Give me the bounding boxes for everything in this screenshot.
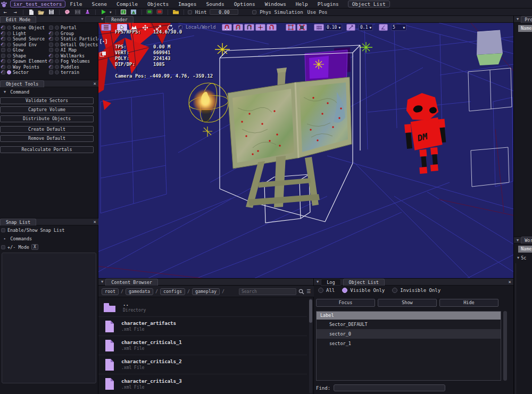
hide-button[interactable]: Hide bbox=[439, 299, 498, 307]
properties-tab[interactable]: Prop bbox=[521, 16, 532, 23]
edit-mode-item-light[interactable]: Light bbox=[1, 31, 26, 36]
snap-list-tab[interactable]: Snap List bbox=[0, 219, 36, 225]
radio[interactable] bbox=[55, 59, 59, 63]
snap-object-magnet-button[interactable] bbox=[244, 24, 254, 31]
play-simulation-icon[interactable] bbox=[99, 9, 107, 15]
snap-list-box[interactable] bbox=[2, 253, 96, 383]
checkbox[interactable] bbox=[49, 70, 53, 74]
play-dropdown-icon[interactable]: ▼ bbox=[110, 10, 112, 14]
content-browser-tab[interactable]: Content Browser bbox=[105, 279, 158, 286]
world-name-header[interactable]: Name bbox=[518, 246, 532, 253]
angle-snap-toggle-button[interactable] bbox=[379, 24, 388, 31]
edit-mode-item-detail-objects[interactable]: Detail Objects bbox=[49, 42, 98, 47]
menu-sounds[interactable]: Sounds bbox=[201, 1, 229, 7]
label-column-header[interactable]: Label bbox=[317, 312, 501, 320]
edit-mode-item-ai-map[interactable]: AI Map bbox=[49, 47, 77, 53]
menu-objects[interactable]: Objects bbox=[143, 1, 173, 7]
edit-mode-item-terrain[interactable]: terrain bbox=[49, 70, 79, 75]
edit-mode-item-fog-volumes[interactable]: Fog Volumes bbox=[49, 58, 90, 64]
edit-mode-item-spawn-element[interactable]: Spawn Element bbox=[1, 58, 47, 64]
file-row-up-directory[interactable]: ..Directory bbox=[98, 298, 307, 317]
object-list-menu-button[interactable]: Object List bbox=[348, 1, 390, 7]
radio[interactable] bbox=[55, 26, 59, 30]
filter-invisible-only[interactable]: Invisible Only bbox=[392, 288, 440, 293]
scale-snap-dropdown[interactable]: 0.1▼ bbox=[359, 24, 373, 31]
selection-frame-button[interactable] bbox=[286, 24, 296, 31]
capture-volume-button[interactable]: Capture Volume bbox=[0, 106, 94, 113]
command-section-header[interactable]: ▼ Command bbox=[1, 89, 29, 95]
edit-mode-item-wallmarks[interactable]: Wallmarks bbox=[49, 53, 85, 58]
world-scene-node[interactable]: ▼ Sc bbox=[517, 255, 526, 261]
edit-mode-item-sector[interactable]: Sector bbox=[1, 70, 29, 75]
caret-down-icon[interactable]: ▼ bbox=[317, 280, 319, 284]
monitor-green-icon[interactable] bbox=[146, 9, 154, 15]
radio[interactable] bbox=[7, 59, 11, 63]
monitor-red-icon[interactable] bbox=[156, 9, 164, 15]
radio[interactable] bbox=[7, 31, 11, 36]
scene-thumbnail-icon[interactable] bbox=[130, 9, 138, 15]
checkbox[interactable] bbox=[1, 245, 5, 249]
focus-button[interactable]: Focus bbox=[316, 299, 375, 307]
snap-clear-button[interactable]: X bbox=[31, 244, 38, 250]
checkbox[interactable] bbox=[1, 228, 5, 232]
file-row-character-criticals-2[interactable]: character_criticals_2.xml File bbox=[98, 355, 307, 374]
back-icon[interactable]: ← bbox=[1, 9, 9, 15]
menu-options[interactable]: Options bbox=[229, 1, 260, 7]
move-snap-dropdown[interactable]: 0.10▼ bbox=[325, 24, 342, 31]
viewport-3d[interactable]: DM ✓ Local/World bbox=[98, 23, 513, 279]
breadcrumb-root[interactable]: root bbox=[102, 288, 119, 295]
list-item-sector-default[interactable]: Sector_DEFAULT bbox=[317, 320, 501, 329]
radio[interactable] bbox=[55, 31, 59, 36]
radio[interactable] bbox=[7, 37, 11, 41]
open-file-icon[interactable] bbox=[37, 9, 45, 15]
caret-down-icon[interactable]: ▼ bbox=[517, 17, 519, 21]
menu-plugins[interactable]: Plugins bbox=[313, 1, 344, 7]
radio[interactable] bbox=[55, 43, 59, 47]
edit-mode-item-portal[interactable]: Portal bbox=[49, 25, 77, 30]
angle-snap-dropdown[interactable]: 5▼ bbox=[391, 24, 406, 31]
save-icon[interactable] bbox=[47, 9, 55, 15]
texture-tool-icon[interactable] bbox=[63, 9, 71, 15]
search-input[interactable] bbox=[239, 288, 296, 295]
view-cube[interactable] bbox=[477, 30, 503, 65]
image-editor-icon[interactable]: 2 bbox=[120, 9, 128, 15]
plus-minus-mode-row[interactable]: +/- Mode X bbox=[1, 244, 38, 250]
radio[interactable] bbox=[55, 37, 59, 41]
remove-default-button[interactable]: Remove Default bbox=[0, 135, 94, 142]
filter-all[interactable]: All bbox=[318, 288, 335, 293]
menu-compile[interactable]: Compile bbox=[112, 1, 143, 7]
show-button[interactable]: Show bbox=[378, 299, 437, 307]
edit-mode-item-sound-env[interactable]: Sound Env bbox=[1, 42, 37, 47]
enable-snap-list-row[interactable]: Enable/Show Snap List bbox=[1, 228, 64, 233]
file-row-character-criticals-1[interactable]: character_criticals_1.xml File bbox=[98, 336, 307, 355]
viewport-windows-icon[interactable] bbox=[99, 51, 106, 57]
radio[interactable] bbox=[7, 65, 11, 69]
filter-visible-only[interactable]: Visible Only bbox=[342, 288, 385, 293]
file-row-character-artifacts[interactable]: character_artifacts.xml File bbox=[98, 317, 307, 336]
menu-scene[interactable]: Scene bbox=[87, 1, 112, 7]
checkbox[interactable] bbox=[1, 48, 5, 52]
edit-mode-item-sound-source[interactable]: Sound Source bbox=[1, 36, 45, 41]
caret-down-icon[interactable]: ▼ bbox=[101, 280, 103, 284]
list-item-sector-0[interactable]: sector_0 bbox=[317, 329, 501, 339]
breadcrumb-gamedata[interactable]: gamedata bbox=[126, 288, 153, 295]
selection-crop-button[interactable] bbox=[297, 24, 307, 31]
file-row-character-criticals-3[interactable]: character_criticals_3.xml File bbox=[98, 374, 307, 393]
edit-mode-item-scene-object[interactable]: Scene Object bbox=[1, 25, 45, 30]
grid-snap-toggle-button[interactable] bbox=[314, 24, 324, 31]
world-outliner-tab[interactable]: Worl bbox=[521, 237, 532, 244]
list-item-sector-1[interactable]: sector_1 bbox=[317, 339, 501, 348]
caret-down-icon[interactable]: ▼ bbox=[101, 17, 103, 21]
edit-mode-item-puddles[interactable]: Puddles bbox=[49, 64, 79, 70]
radio[interactable] bbox=[55, 54, 59, 58]
local-world-checkbox[interactable]: ✓ bbox=[178, 25, 182, 29]
radio[interactable] bbox=[7, 43, 11, 47]
new-file-icon[interactable] bbox=[27, 9, 35, 15]
hint-checkbox[interactable] bbox=[188, 10, 192, 14]
snap-magnet-button[interactable] bbox=[222, 24, 232, 31]
project-name-chip[interactable]: ixr_test_sectors bbox=[10, 1, 65, 7]
checkbox[interactable] bbox=[49, 43, 53, 47]
forward-icon[interactable]: → bbox=[11, 9, 19, 15]
folder-icon[interactable] bbox=[172, 9, 180, 15]
distribute-objects-button[interactable]: Distribute Objects bbox=[0, 115, 94, 122]
